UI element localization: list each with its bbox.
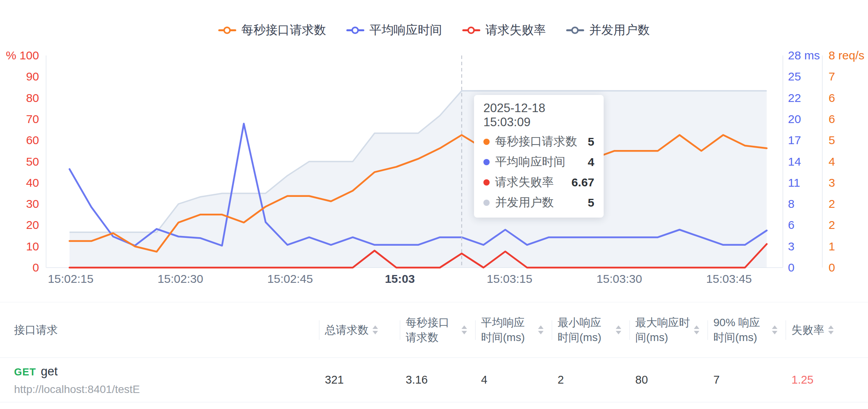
sort-caret-down-icon[interactable]	[694, 331, 699, 334]
legend-line-icon	[218, 27, 236, 34]
tooltip-series-label: 请求失败率	[495, 174, 566, 190]
y-axis-tick-percent: 70	[0, 113, 39, 126]
sort-caret-up-icon[interactable]	[616, 325, 621, 329]
sort-control[interactable]	[538, 325, 544, 334]
cell-max: 80	[630, 373, 708, 386]
sort-caret-up-icon[interactable]	[828, 325, 834, 329]
column-header-total[interactable]: 总请求数	[319, 323, 400, 338]
x-axis-tick: 15:02:15	[48, 272, 94, 286]
endpoint-name: get	[41, 364, 57, 378]
series-dot-icon	[483, 139, 490, 145]
concurrent-users-area	[70, 91, 767, 268]
tooltip-series-value: 6.67	[572, 176, 594, 189]
column-label: 失败率	[791, 323, 824, 338]
sort-caret-up-icon[interactable]	[772, 325, 777, 329]
y-axis-tick-reqs: 1	[829, 240, 835, 253]
legend-line-icon	[566, 27, 584, 34]
column-header-fail[interactable]: 失败率	[786, 323, 868, 338]
y-axis-tick-reqs: 0	[829, 261, 835, 274]
x-axis-tick: 15:03:30	[597, 272, 642, 286]
cell-fail: 1.25	[786, 373, 868, 386]
y-axis-tick-reqs: 6	[829, 91, 835, 105]
y-axis-tick-percent: 80	[0, 91, 39, 105]
chart-legend: 每秒接口请求数平均响应时间请求失败率并发用户数	[0, 22, 868, 38]
sort-caret-down-icon[interactable]	[373, 331, 378, 334]
y-axis-tick-reqs: 5	[829, 134, 835, 147]
sort-caret-down-icon[interactable]	[828, 331, 834, 334]
column-header-main: 接口请求	[0, 323, 319, 338]
legend-item-2[interactable]: 平均响应时间	[346, 22, 442, 38]
sort-control[interactable]	[616, 325, 621, 334]
legend-item-1[interactable]: 每秒接口请求数	[218, 22, 326, 38]
endpoint-title: GETget	[14, 364, 319, 379]
x-axis-tick: 15:02:45	[267, 272, 313, 286]
sort-control[interactable]	[772, 325, 777, 334]
legend-line-icon	[346, 27, 364, 34]
tooltip-row: 平均响应时间4	[483, 154, 594, 170]
x-axis-tick: 15:02:30	[158, 272, 203, 286]
y-axis-tick-ms: 6	[788, 218, 795, 232]
chart-canvas[interactable]	[0, 0, 868, 302]
column-label: 最小响应时间(ms)	[558, 315, 612, 345]
legend-label: 平均响应时间	[369, 22, 442, 38]
tooltip-timestamp: 2025-12-18 15:03:09	[483, 101, 594, 129]
legend-line-icon	[462, 27, 480, 34]
legend-label: 并发用户数	[589, 22, 650, 38]
y-axis-tick-reqs: 3	[829, 176, 835, 189]
y-axis-tick-percent: 10	[0, 240, 39, 253]
cell-total: 321	[319, 373, 400, 386]
y-axis-tick-ms: 0	[788, 261, 795, 274]
series-dot-icon	[483, 179, 490, 186]
cell-rps: 3.16	[400, 373, 476, 386]
tooltip-series-label: 平均响应时间	[495, 154, 582, 170]
column-header-rps[interactable]: 每秒接口请求数	[400, 315, 476, 345]
sort-control[interactable]	[694, 325, 699, 334]
legend-item-3[interactable]: 请求失败率	[462, 22, 546, 38]
column-header-min[interactable]: 最小响应时间(ms)	[552, 315, 630, 345]
tooltip-series-value: 4	[588, 155, 594, 169]
y-axis-tick-reqs: 8 req/s	[829, 49, 864, 62]
sort-caret-up-icon[interactable]	[462, 325, 467, 329]
y-axis-tick-reqs: 6	[829, 113, 835, 126]
y-axis-tick-ms: 17	[788, 134, 801, 147]
cell-avg: 4	[476, 373, 552, 386]
sort-caret-up-icon[interactable]	[538, 325, 544, 329]
column-label: 最大响应时间(ms)	[635, 315, 690, 345]
y-axis-tick-ms: 11	[788, 176, 800, 189]
legend-item-4[interactable]: 并发用户数	[566, 22, 650, 38]
column-header-p90[interactable]: 90% 响应时间(ms)	[708, 315, 786, 345]
tooltip-row: 并发用户数5	[483, 195, 594, 211]
series-dot-icon	[483, 159, 490, 165]
x-axis-tick: 15:03:45	[706, 272, 752, 286]
metrics-chart[interactable]: 每秒接口请求数平均响应时间请求失败率并发用户数 % 10090807060504…	[0, 0, 868, 302]
sort-control[interactable]	[462, 325, 467, 334]
column-header-avg[interactable]: 平均响应时间(ms)	[476, 315, 552, 345]
y-axis-tick-reqs: 2	[829, 218, 835, 232]
y-axis-tick-percent: 90	[0, 70, 39, 83]
sort-caret-down-icon[interactable]	[772, 331, 777, 334]
y-axis-tick-reqs: 4	[829, 155, 835, 168]
sort-control[interactable]	[828, 325, 834, 334]
sort-caret-down-icon[interactable]	[616, 331, 621, 334]
legend-label: 每秒接口请求数	[241, 22, 326, 38]
y-axis-tick-ms: 8	[788, 197, 795, 211]
tooltip-row: 请求失败率6.67	[483, 174, 594, 190]
y-axis-tick-percent: 30	[0, 197, 39, 211]
series-dot-icon	[483, 200, 490, 206]
endpoint-url: http://localhost:8401/testE	[14, 383, 319, 396]
sort-caret-down-icon[interactable]	[462, 331, 467, 334]
sort-control[interactable]	[373, 325, 378, 334]
sort-caret-up-icon[interactable]	[373, 325, 378, 329]
table-row: GETget http://localhost:8401/testE 3213.…	[0, 358, 868, 402]
sort-caret-up-icon[interactable]	[694, 325, 699, 329]
y-axis-tick-reqs: 2	[829, 197, 835, 211]
chart-tooltip: 2025-12-18 15:03:09 每秒接口请求数5平均响应时间4请求失败率…	[474, 95, 604, 218]
y-axis-tick-ms: 3	[788, 240, 795, 253]
sort-caret-down-icon[interactable]	[538, 331, 544, 334]
x-axis-tick: 15:03:15	[487, 272, 533, 286]
tooltip-series-value: 5	[588, 196, 594, 209]
y-axis-tick-percent: 50	[0, 155, 39, 168]
column-label: 平均响应时间(ms)	[481, 315, 534, 345]
y-axis-tick-ms: 14	[788, 155, 801, 168]
column-header-max[interactable]: 最大响应时间(ms)	[630, 315, 708, 345]
